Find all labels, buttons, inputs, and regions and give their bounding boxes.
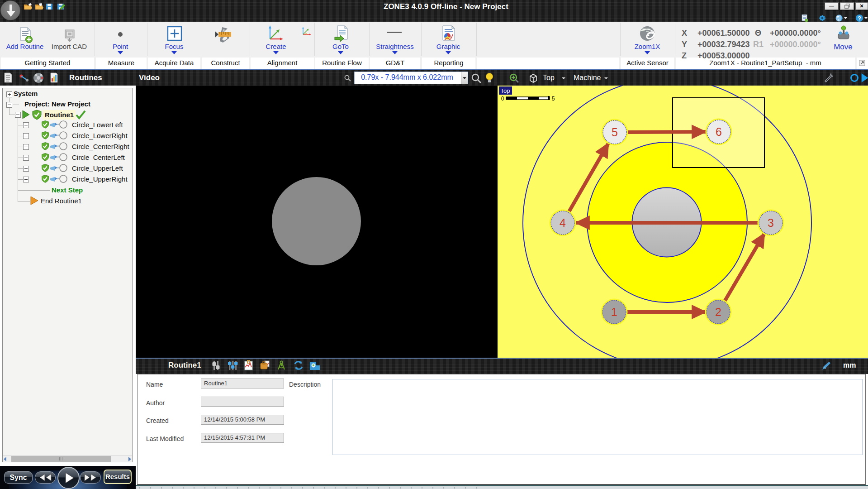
svg-text:4: 4: [560, 216, 566, 229]
svg-text:3: 3: [768, 216, 774, 229]
svg-text:5: 5: [552, 96, 555, 102]
svg-text:6: 6: [716, 125, 722, 138]
svg-text:Top: Top: [501, 87, 510, 94]
svg-text:2: 2: [715, 306, 721, 318]
svg-text:1: 1: [611, 306, 617, 318]
svg-text:5: 5: [612, 126, 618, 139]
svg-text:?: ?: [858, 15, 861, 22]
svg-text:0: 0: [501, 96, 504, 102]
